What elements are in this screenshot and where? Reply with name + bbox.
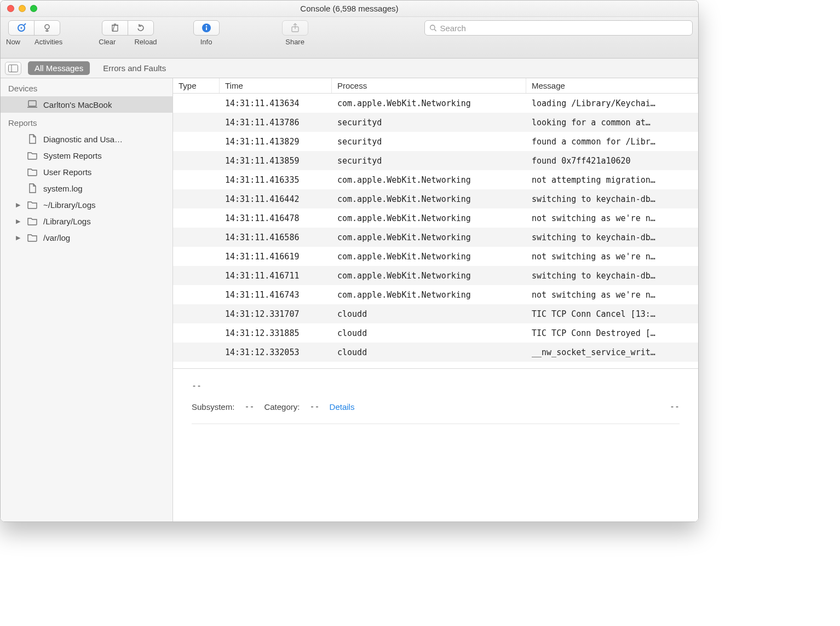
sidebar-item[interactable]: ▶User Reports <box>1 164 172 180</box>
cell-process: securityd <box>332 137 526 147</box>
log-row[interactable]: 14:31:11.416619com.apple.WebKit.Networki… <box>173 247 698 266</box>
log-row[interactable]: 14:31:11.416586com.apple.WebKit.Networki… <box>173 228 698 247</box>
log-row[interactable]: 14:31:11.413829securitydfound a common f… <box>173 132 698 151</box>
cell-process: com.apple.WebKit.Networking <box>332 290 526 300</box>
trash-icon <box>110 23 120 33</box>
folder-icon <box>27 150 38 160</box>
cell-message: TIC TCP Conn Destroyed [… <box>526 328 698 338</box>
detail-category-value: -- <box>309 402 319 411</box>
activities-icon <box>42 23 52 33</box>
log-row[interactable]: 14:31:11.416743com.apple.WebKit.Networki… <box>173 285 698 304</box>
share-label: Share <box>285 38 304 46</box>
cell-message: TIC TCP Conn Cancel [13:… <box>526 309 698 319</box>
clear-label: Clear <box>99 38 116 46</box>
cell-time: 14:31:11.413829 <box>220 137 332 147</box>
svg-line-2 <box>24 24 26 25</box>
close-window-button[interactable] <box>7 5 14 12</box>
log-row[interactable]: 14:31:12.332053cloudd__nw_socket_service… <box>173 343 698 362</box>
detail-subsystem-value: -- <box>244 402 254 411</box>
cell-time: 14:31:11.413786 <box>220 118 332 127</box>
laptop-icon <box>27 100 38 109</box>
cell-process: com.apple.WebKit.Networking <box>332 252 526 262</box>
detail-panel: -- Subsystem: -- Category: -- Details -- <box>173 368 698 521</box>
detail-subsystem-label: Subsystem: <box>192 402 234 411</box>
log-rows[interactable]: 14:31:11.413634com.apple.WebKit.Networki… <box>173 94 698 368</box>
column-type[interactable]: Type <box>173 78 220 93</box>
sidebar-item-label: /Library/Logs <box>43 217 91 226</box>
activities-button[interactable] <box>34 20 60 36</box>
now-button[interactable] <box>8 20 34 36</box>
sidebar-item[interactable]: ▶system.log <box>1 180 172 196</box>
column-process[interactable]: Process <box>332 78 526 93</box>
filter-errors-faults[interactable]: Errors and Faults <box>96 61 172 75</box>
sidebar-item[interactable]: ▶/var/log <box>1 229 172 246</box>
detail-divider <box>192 424 680 424</box>
folder-icon <box>27 167 38 177</box>
detail-placeholder: -- <box>192 381 680 391</box>
cell-time: 14:31:11.416743 <box>220 290 332 300</box>
sidebar-item[interactable]: ▶Diagnostic and Usa… <box>1 131 172 147</box>
log-row[interactable]: 14:31:11.413859securitydfound 0x7ff421a1… <box>173 151 698 170</box>
sidebar-item-label: System Reports <box>43 151 102 160</box>
info-icon <box>202 23 211 33</box>
cell-process: securityd <box>332 156 526 166</box>
log-row[interactable]: 14:31:11.413634com.apple.WebKit.Networki… <box>173 94 698 113</box>
toggle-sidebar-button[interactable] <box>5 62 21 75</box>
sidebar-item-label: system.log <box>43 184 83 193</box>
search-input[interactable] <box>440 24 688 33</box>
cell-message: found a common for /Libr… <box>526 137 698 147</box>
cell-time: 14:31:12.332053 <box>220 347 332 357</box>
sidebar-header-devices: Devices <box>1 78 172 96</box>
log-row[interactable]: 14:31:12.331885clouddTIC TCP Conn Destro… <box>173 323 698 343</box>
column-time[interactable]: Time <box>220 78 332 93</box>
cell-message: not switching as we're n… <box>526 290 698 300</box>
now-label: Now <box>6 38 20 46</box>
log-row[interactable]: 14:31:11.416711com.apple.WebKit.Networki… <box>173 266 698 285</box>
sidebar: Devices ▶ Carlton's MacBook Reports ▶Dia… <box>1 78 173 521</box>
cell-process: com.apple.WebKit.Networking <box>332 271 526 281</box>
svg-rect-6 <box>206 27 207 30</box>
cell-process: com.apple.WebKit.Networking <box>332 175 526 185</box>
cell-message: not attempting migration… <box>526 175 698 185</box>
target-icon <box>16 23 26 33</box>
filter-bar: All Messages Errors and Faults <box>1 59 698 78</box>
zoom-window-button[interactable] <box>30 5 37 12</box>
log-row[interactable]: 14:31:11.413786securitydlooking for a co… <box>173 113 698 132</box>
cell-time: 14:31:11.413634 <box>220 98 332 108</box>
sidebar-item-label: /var/log <box>43 233 70 242</box>
cell-time: 14:31:12.331707 <box>220 309 332 319</box>
cell-time: 14:31:11.416586 <box>220 233 332 242</box>
minimize-window-button[interactable] <box>19 5 26 12</box>
cell-message: switching to keychain-db… <box>526 233 698 242</box>
detail-details-link[interactable]: Details <box>330 402 355 411</box>
log-row[interactable]: 14:31:12.331707clouddTIC TCP Conn Cancel… <box>173 304 698 323</box>
share-button[interactable] <box>282 20 308 36</box>
cell-time: 14:31:12.331885 <box>220 328 332 338</box>
sidebar-device[interactable]: ▶ Carlton's MacBook <box>1 96 172 113</box>
reload-button[interactable] <box>128 20 154 36</box>
column-message[interactable]: Message <box>526 78 698 93</box>
log-row[interactable]: 14:31:11.416442com.apple.WebKit.Networki… <box>173 189 698 208</box>
info-label: Info <box>200 38 212 46</box>
traffic-lights <box>1 5 37 12</box>
sidebar-header-reports: Reports <box>1 113 172 131</box>
log-row[interactable]: 14:31:11.416335com.apple.WebKit.Networki… <box>173 170 698 189</box>
filter-all-messages[interactable]: All Messages <box>28 61 90 75</box>
detail-right: -- <box>670 402 680 411</box>
svg-point-3 <box>45 25 49 29</box>
main: Devices ▶ Carlton's MacBook Reports ▶Dia… <box>1 78 698 521</box>
info-button[interactable] <box>193 20 220 36</box>
svg-point-7 <box>205 25 206 26</box>
detail-category-label: Category: <box>264 402 300 411</box>
folder-icon <box>27 233 38 242</box>
sidebar-item[interactable]: ▶~/Library/Logs <box>1 196 172 213</box>
search-field[interactable] <box>424 20 693 36</box>
sidebar-item[interactable]: ▶System Reports <box>1 147 172 164</box>
sidebar-item[interactable]: ▶/Library/Logs <box>1 213 172 229</box>
folder-icon <box>27 216 38 226</box>
cell-process: com.apple.WebKit.Networking <box>332 233 526 242</box>
log-row[interactable]: 14:31:11.416478com.apple.WebKit.Networki… <box>173 208 698 228</box>
cell-message: not switching as we're n… <box>526 213 698 223</box>
activities-label: Activities <box>34 38 62 46</box>
clear-button[interactable] <box>102 20 128 36</box>
